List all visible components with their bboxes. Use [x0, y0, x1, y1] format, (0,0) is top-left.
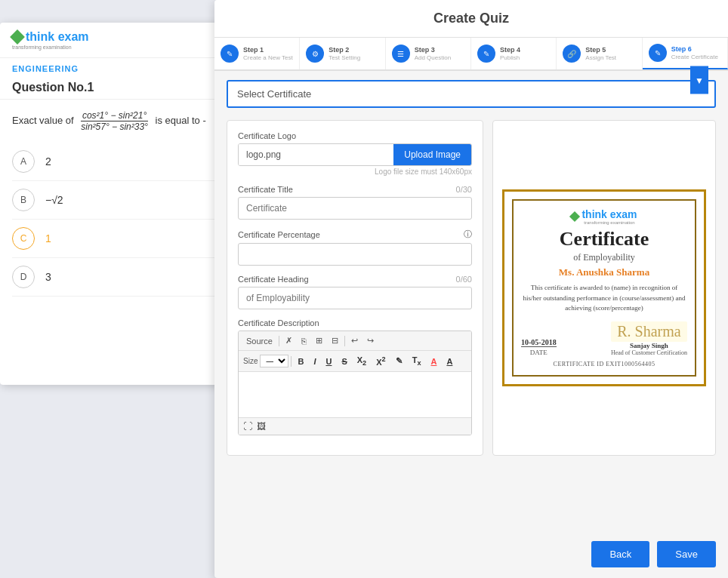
think-exam-logo: think exam transforming examination — [12, 30, 89, 50]
step-6[interactable]: ✎ Step 6 Create Certificate — [643, 38, 728, 69]
maximize-button[interactable]: ⛶ — [243, 421, 252, 432]
cert-logo-text: think exam — [581, 208, 637, 220]
desc-label: Certificate Description — [238, 318, 472, 327]
cert-logo-sub: transforming examination — [581, 220, 637, 225]
step-4-icon: ✎ — [477, 45, 495, 63]
quiz-bottom-bar: Back Save — [591, 541, 716, 567]
paste-button[interactable]: ⊞ — [313, 334, 325, 347]
cert-select[interactable]: Select Certificate — [227, 80, 716, 108]
step-6-label: Step 6 Create Certificate — [671, 45, 718, 60]
cert-sign-title: Head of Customer Certification — [611, 349, 687, 356]
heading-label: Certificate Heading 0/60 — [238, 275, 472, 284]
cert-signature: R. Sharma Sanjay Singh Head of Customer … — [611, 321, 687, 356]
editor-separator-2 — [344, 336, 345, 346]
italic-button[interactable]: I — [310, 355, 319, 367]
option-d-circle: D — [12, 266, 35, 288]
title-count: 0/30 — [456, 185, 472, 194]
option-a-text: 2 — [45, 155, 51, 168]
logo-sub: transforming examination — [12, 45, 89, 50]
cert-date-value: 10-05-2018 — [521, 338, 557, 346]
font-color-button[interactable]: A — [427, 355, 440, 367]
step-1-label: Step 1 Create a New Test — [243, 46, 293, 61]
step-3-icon: ☰ — [392, 45, 410, 63]
copy-button[interactable]: ⎘ — [298, 335, 310, 347]
question-number: Question No.1 — [12, 81, 94, 94]
option-b-text: −√2 — [45, 194, 63, 206]
strikethrough-button[interactable]: S — [338, 355, 350, 367]
cert-signature-image: R. Sharma — [611, 321, 687, 342]
logo-group: Certificate Logo Upload Image Logo file … — [238, 131, 472, 176]
title-group: Certificate Title 0/30 — [238, 185, 472, 220]
cert-form: Certificate Logo Upload Image Logo file … — [227, 120, 483, 456]
option-c-circle: C — [12, 227, 35, 250]
redo-button[interactable]: ↪ — [364, 334, 377, 347]
logo-diamond-icon — [10, 29, 25, 45]
bold-button[interactable]: B — [294, 355, 307, 367]
editor-format-bar: Size — B I U S X2 X2 ✎ Tx A A — [239, 351, 471, 372]
cert-name: Ms. Anushka Sharma — [521, 266, 687, 278]
title-label: Certificate Title 0/30 — [238, 185, 472, 194]
step-6-icon: ✎ — [649, 44, 667, 62]
image-button[interactable]: 🖼 — [257, 421, 266, 432]
editor-body[interactable] — [239, 372, 471, 417]
cert-date-label: DATE — [521, 346, 557, 356]
quiz-title: Create Quiz — [214, 0, 728, 38]
step-5[interactable]: 🔗 Step 5 Assign Test — [557, 38, 642, 69]
cert-diamond-icon — [569, 211, 580, 222]
cert-id: CERTIFICATE ID EXIT1000564405 — [521, 361, 687, 367]
remove-format-button[interactable]: Tx — [409, 354, 425, 368]
step-1[interactable]: ✎ Step 1 Create a New Test — [214, 38, 300, 69]
cert-subtitle: of Employability — [521, 252, 687, 263]
option-d-text: 3 — [45, 271, 51, 283]
heading-group: Certificate Heading 0/60 — [238, 275, 472, 309]
step-4-label: Step 4 Publish — [500, 46, 520, 61]
cut-button[interactable]: ✗ — [282, 334, 295, 347]
size-select[interactable]: — — [260, 355, 288, 367]
underline-button[interactable]: U — [322, 355, 335, 367]
editor-separator — [279, 336, 279, 346]
undo-button[interactable]: ↩ — [348, 334, 361, 347]
subscript-button[interactable]: X2 — [353, 354, 370, 368]
cert-title-input[interactable] — [238, 197, 472, 220]
step-2[interactable]: ⚙ Step 2 Test Setting — [300, 38, 385, 69]
step-3[interactable]: ☰ Step 3 Add Question — [386, 38, 471, 69]
step-4[interactable]: ✎ Step 4 Publish — [471, 38, 557, 69]
cert-title: Certificate — [521, 228, 687, 251]
superscript-button[interactable]: X2 — [372, 354, 389, 368]
step-3-label: Step 3 Add Question — [415, 46, 451, 61]
bg-color-button[interactable]: A — [443, 355, 456, 367]
step-2-icon: ⚙ — [306, 45, 324, 63]
option-a-circle: A — [12, 150, 35, 173]
heading-count: 0/60 — [456, 275, 472, 284]
cert-date: 10-05-2018 DATE — [521, 338, 557, 356]
cert-sign-name: Sanjay Singh — [611, 342, 687, 349]
logo-text: think exam — [26, 30, 89, 44]
cert-body: This certificate is awarded to (name) in… — [521, 283, 687, 314]
editor-footer: ⛶ 🖼 — [239, 417, 471, 435]
option-b-circle: B — [12, 189, 35, 211]
upload-image-button[interactable]: Upload Image — [393, 144, 471, 165]
cert-heading-input[interactable] — [238, 287, 472, 309]
cert-preview: think exam transforming examination Cert… — [492, 120, 716, 456]
cert-percent-input[interactable] — [238, 243, 472, 266]
editor-toolbar: Source ✗ ⎘ ⊞ ⊟ ↩ ↪ Size — B — [238, 331, 472, 435]
percent-label: Certificate Percentage ⓘ — [238, 229, 472, 240]
certificate-card: think exam transforming examination Cert… — [502, 189, 706, 386]
logo-label: Certificate Logo — [238, 131, 472, 140]
cert-border: think exam transforming examination Cert… — [512, 199, 696, 377]
cert-footer: 10-05-2018 DATE R. Sharma Sanjay Singh H… — [521, 321, 687, 356]
steps-bar: ✎ Step 1 Create a New Test ⚙ Step 2 Test… — [214, 38, 728, 71]
step-2-label: Step 2 Test Setting — [329, 46, 360, 61]
paste-text-button[interactable]: ⊟ — [329, 334, 341, 347]
save-button[interactable]: Save — [657, 541, 716, 567]
source-button[interactable]: Source — [243, 335, 276, 347]
percent-info-icon: ⓘ — [464, 229, 472, 240]
highlight-button[interactable]: ✎ — [392, 355, 406, 367]
logo-filename-input[interactable] — [239, 144, 393, 165]
logo-hint: Logo file size must 140x60px — [238, 168, 472, 176]
step-5-icon: 🔗 — [563, 45, 581, 63]
back-button[interactable]: Back — [591, 541, 649, 567]
step-5-label: Step 5 Assign Test — [585, 46, 616, 61]
logo-upload-row: Upload Image — [238, 143, 472, 166]
cert-select-wrap: Select Certificate ▼ — [214, 71, 728, 114]
